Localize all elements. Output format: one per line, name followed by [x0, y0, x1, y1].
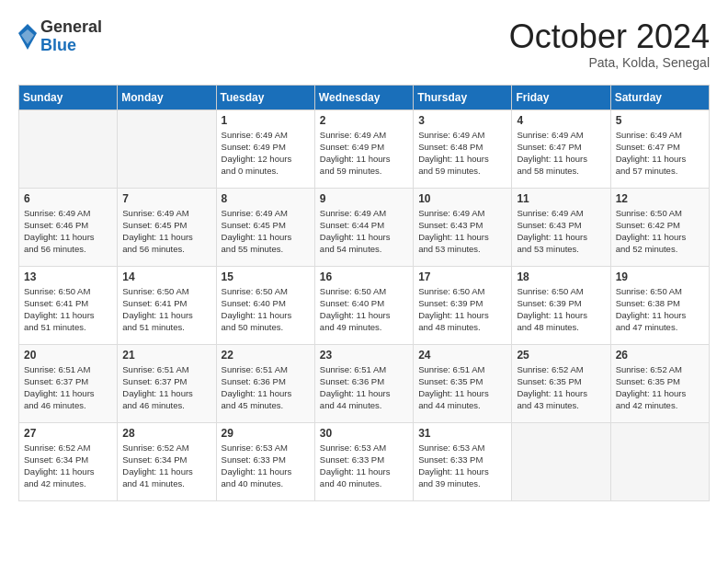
day-info: Sunrise: 6:49 AM Sunset: 6:43 PM Dayligh…: [517, 207, 605, 256]
day-info: Sunrise: 6:49 AM Sunset: 6:45 PM Dayligh…: [122, 207, 210, 256]
day-number: 4: [517, 114, 605, 127]
weekday-header: Sunday: [19, 85, 118, 109]
day-info: Sunrise: 6:50 AM Sunset: 6:40 PM Dayligh…: [320, 285, 408, 334]
calendar-cell: [512, 422, 610, 500]
weekday-header: Friday: [512, 85, 610, 109]
calendar-cell: 30Sunrise: 6:53 AM Sunset: 6:33 PM Dayli…: [314, 422, 413, 500]
day-number: 24: [418, 349, 506, 362]
day-info: Sunrise: 6:49 AM Sunset: 6:44 PM Dayligh…: [320, 207, 408, 256]
calendar-cell: [19, 109, 118, 188]
day-info: Sunrise: 6:50 AM Sunset: 6:42 PM Dayligh…: [616, 207, 704, 256]
day-number: 29: [222, 427, 310, 440]
logo-general: General: [40, 18, 102, 37]
calendar-cell: 8Sunrise: 6:49 AM Sunset: 6:45 PM Daylig…: [216, 188, 314, 266]
calendar-cell: 17Sunrise: 6:50 AM Sunset: 6:39 PM Dayli…: [414, 266, 512, 344]
day-info: Sunrise: 6:51 AM Sunset: 6:36 PM Dayligh…: [320, 363, 408, 412]
weekday-header-row: SundayMondayTuesdayWednesdayThursdayFrid…: [19, 85, 710, 109]
calendar-cell: [610, 422, 709, 500]
calendar-cell: 16Sunrise: 6:50 AM Sunset: 6:40 PM Dayli…: [314, 266, 413, 344]
calendar-week-row: 20Sunrise: 6:51 AM Sunset: 6:37 PM Dayli…: [19, 344, 710, 422]
page-header: General Blue October 2024 Pata, Kolda, S…: [18, 18, 710, 70]
day-number: 3: [418, 114, 506, 127]
calendar-cell: 10Sunrise: 6:49 AM Sunset: 6:43 PM Dayli…: [414, 188, 512, 266]
logo-blue-text: Blue: [40, 37, 102, 55]
day-info: Sunrise: 6:50 AM Sunset: 6:40 PM Dayligh…: [222, 285, 310, 334]
day-info: Sunrise: 6:51 AM Sunset: 6:35 PM Dayligh…: [418, 363, 506, 412]
logo-text: General Blue: [40, 18, 102, 55]
day-number: 17: [418, 270, 506, 283]
calendar-cell: 7Sunrise: 6:49 AM Sunset: 6:45 PM Daylig…: [118, 188, 216, 266]
weekday-header: Wednesday: [314, 85, 413, 109]
weekday-header: Saturday: [610, 85, 709, 109]
day-info: Sunrise: 6:49 AM Sunset: 6:47 PM Dayligh…: [517, 129, 605, 178]
calendar-cell: 18Sunrise: 6:50 AM Sunset: 6:39 PM Dayli…: [512, 266, 610, 344]
logo-icon: [18, 24, 37, 50]
day-number: 6: [24, 192, 112, 205]
title-block: October 2024 Pata, Kolda, Senegal: [509, 18, 710, 70]
calendar-cell: 24Sunrise: 6:51 AM Sunset: 6:35 PM Dayli…: [414, 344, 512, 422]
calendar-cell: 14Sunrise: 6:50 AM Sunset: 6:41 PM Dayli…: [118, 266, 216, 344]
calendar-cell: 28Sunrise: 6:52 AM Sunset: 6:34 PM Dayli…: [118, 422, 216, 500]
day-info: Sunrise: 6:53 AM Sunset: 6:33 PM Dayligh…: [320, 442, 408, 490]
calendar-cell: 5Sunrise: 6:49 AM Sunset: 6:47 PM Daylig…: [610, 109, 709, 188]
calendar-cell: 13Sunrise: 6:50 AM Sunset: 6:41 PM Dayli…: [19, 266, 118, 344]
calendar-cell: 11Sunrise: 6:49 AM Sunset: 6:43 PM Dayli…: [512, 188, 610, 266]
day-number: 8: [222, 192, 310, 205]
weekday-header: Monday: [118, 85, 216, 109]
day-info: Sunrise: 6:49 AM Sunset: 6:48 PM Dayligh…: [418, 129, 506, 178]
calendar-cell: 15Sunrise: 6:50 AM Sunset: 6:40 PM Dayli…: [216, 266, 314, 344]
day-number: 16: [320, 270, 408, 283]
calendar-cell: 3Sunrise: 6:49 AM Sunset: 6:48 PM Daylig…: [414, 109, 512, 188]
day-info: Sunrise: 6:49 AM Sunset: 6:47 PM Dayligh…: [616, 129, 704, 178]
location: Pata, Kolda, Senegal: [509, 55, 710, 70]
day-number: 12: [616, 192, 704, 205]
calendar-cell: 26Sunrise: 6:52 AM Sunset: 6:35 PM Dayli…: [610, 344, 709, 422]
day-info: Sunrise: 6:51 AM Sunset: 6:37 PM Dayligh…: [122, 363, 210, 412]
day-info: Sunrise: 6:50 AM Sunset: 6:38 PM Dayligh…: [616, 285, 704, 334]
calendar-week-row: 13Sunrise: 6:50 AM Sunset: 6:41 PM Dayli…: [19, 266, 710, 344]
day-info: Sunrise: 6:53 AM Sunset: 6:33 PM Dayligh…: [418, 442, 506, 490]
day-info: Sunrise: 6:49 AM Sunset: 6:46 PM Dayligh…: [24, 207, 112, 256]
day-info: Sunrise: 6:50 AM Sunset: 6:39 PM Dayligh…: [517, 285, 605, 334]
day-number: 31: [418, 427, 506, 440]
calendar-table: SundayMondayTuesdayWednesdayThursdayFrid…: [18, 85, 710, 501]
calendar-week-row: 6Sunrise: 6:49 AM Sunset: 6:46 PM Daylig…: [19, 188, 710, 266]
day-number: 7: [122, 192, 210, 205]
day-number: 20: [24, 349, 112, 362]
calendar-cell: 22Sunrise: 6:51 AM Sunset: 6:36 PM Dayli…: [216, 344, 314, 422]
day-info: Sunrise: 6:51 AM Sunset: 6:37 PM Dayligh…: [24, 363, 112, 412]
day-info: Sunrise: 6:49 AM Sunset: 6:43 PM Dayligh…: [418, 207, 506, 256]
weekday-header: Thursday: [414, 85, 512, 109]
day-number: 1: [222, 114, 310, 127]
day-info: Sunrise: 6:50 AM Sunset: 6:39 PM Dayligh…: [418, 285, 506, 334]
day-number: 30: [320, 427, 408, 440]
day-info: Sunrise: 6:51 AM Sunset: 6:36 PM Dayligh…: [222, 363, 310, 412]
calendar-cell: 27Sunrise: 6:52 AM Sunset: 6:34 PM Dayli…: [19, 422, 118, 500]
calendar-cell: 12Sunrise: 6:50 AM Sunset: 6:42 PM Dayli…: [610, 188, 709, 266]
calendar-cell: 2Sunrise: 6:49 AM Sunset: 6:49 PM Daylig…: [314, 109, 413, 188]
day-number: 14: [122, 270, 210, 283]
day-number: 26: [616, 349, 704, 362]
day-info: Sunrise: 6:49 AM Sunset: 6:49 PM Dayligh…: [320, 129, 408, 178]
day-number: 13: [24, 270, 112, 283]
calendar-cell: 9Sunrise: 6:49 AM Sunset: 6:44 PM Daylig…: [314, 188, 413, 266]
day-number: 28: [122, 427, 210, 440]
day-number: 10: [418, 192, 506, 205]
calendar-cell: 23Sunrise: 6:51 AM Sunset: 6:36 PM Dayli…: [314, 344, 413, 422]
day-info: Sunrise: 6:52 AM Sunset: 6:34 PM Dayligh…: [122, 442, 210, 490]
calendar-week-row: 1Sunrise: 6:49 AM Sunset: 6:49 PM Daylig…: [19, 109, 710, 188]
day-info: Sunrise: 6:50 AM Sunset: 6:41 PM Dayligh…: [122, 285, 210, 334]
calendar-cell: 4Sunrise: 6:49 AM Sunset: 6:47 PM Daylig…: [512, 109, 610, 188]
day-info: Sunrise: 6:53 AM Sunset: 6:33 PM Dayligh…: [222, 442, 310, 490]
day-number: 15: [222, 270, 310, 283]
calendar-cell: 1Sunrise: 6:49 AM Sunset: 6:49 PM Daylig…: [216, 109, 314, 188]
day-number: 2: [320, 114, 408, 127]
day-number: 27: [24, 427, 112, 440]
calendar-cell: 29Sunrise: 6:53 AM Sunset: 6:33 PM Dayli…: [216, 422, 314, 500]
day-info: Sunrise: 6:52 AM Sunset: 6:35 PM Dayligh…: [616, 363, 704, 412]
calendar-cell: 19Sunrise: 6:50 AM Sunset: 6:38 PM Dayli…: [610, 266, 709, 344]
day-info: Sunrise: 6:52 AM Sunset: 6:34 PM Dayligh…: [24, 442, 112, 490]
calendar-week-row: 27Sunrise: 6:52 AM Sunset: 6:34 PM Dayli…: [19, 422, 710, 500]
day-info: Sunrise: 6:49 AM Sunset: 6:45 PM Dayligh…: [222, 207, 310, 256]
day-number: 21: [122, 349, 210, 362]
